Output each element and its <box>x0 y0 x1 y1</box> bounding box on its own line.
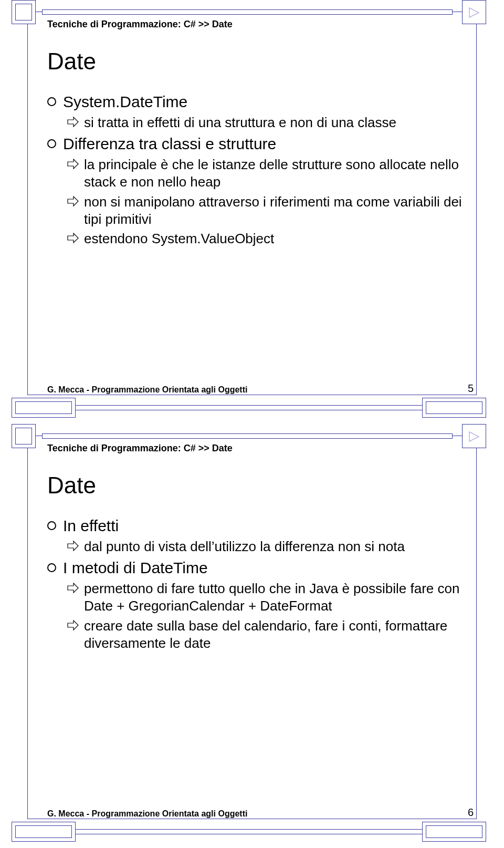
circle-bullet-icon <box>47 516 63 535</box>
breadcrumb: Tecniche di Programmazione: C# >> Date <box>47 443 233 454</box>
list-item: In effetti <box>47 516 462 536</box>
arrow-bullet-icon <box>67 538 84 551</box>
item-text: si tratta in effetti di una struttura e … <box>84 114 396 131</box>
item-text: Differenza tra classi e strutture <box>63 134 276 154</box>
item-text: la principale è che le istanze delle str… <box>84 156 462 191</box>
list-item: la principale è che le istanze delle str… <box>67 156 462 191</box>
corner-decoration <box>12 822 76 842</box>
arrow-bullet-icon <box>67 230 84 243</box>
item-text: permettono di fare tutto quello che in J… <box>84 580 462 615</box>
list-item: System.DateTime <box>47 92 462 112</box>
arrow-bullet-icon <box>67 193 84 206</box>
list-item: si tratta in effetti di una struttura e … <box>67 114 462 131</box>
slide-content: System.DateTime si tratta in effetti di … <box>47 92 462 250</box>
slide-content: In effetti dal punto di vista dell’utili… <box>47 516 462 654</box>
circle-bullet-icon <box>47 134 63 153</box>
arrow-bullet-icon <box>67 156 84 169</box>
item-text: estendono System.ValueObject <box>84 230 274 247</box>
list-item: I metodi di DateTime <box>47 558 462 578</box>
corner-decoration <box>422 398 486 418</box>
item-text: In effetti <box>63 516 119 536</box>
svg-marker-0 <box>469 8 479 17</box>
arrow-bullet-icon <box>67 580 84 593</box>
page-number: 6 <box>468 806 474 819</box>
arrow-bullet-icon <box>67 617 84 630</box>
slide: Tecniche di Programmazione: C# >> Date D… <box>0 0 504 424</box>
arrow-bullet-icon <box>67 114 84 127</box>
page-number: 5 <box>468 382 474 395</box>
item-text: System.DateTime <box>63 92 187 112</box>
footer-rail <box>42 405 453 410</box>
corner-decoration <box>422 822 486 842</box>
list-item: dal punto di vista dell’utilizzo la diff… <box>67 538 462 555</box>
item-text: dal punto di vista dell’utilizzo la diff… <box>84 538 405 555</box>
list-item: permettono di fare tutto quello che in J… <box>67 580 462 615</box>
header-rail <box>42 9 453 15</box>
breadcrumb: Tecniche di Programmazione: C# >> Date <box>47 19 233 30</box>
slide-title: Date <box>47 472 96 499</box>
item-text: non si manipolano attraverso i riferimen… <box>84 193 462 229</box>
next-arrow-icon <box>462 424 486 448</box>
corner-decoration <box>12 398 76 418</box>
slide-title: Date <box>47 48 96 75</box>
list-item: Differenza tra classi e strutture <box>47 134 462 154</box>
slide: Tecniche di Programmazione: C# >> Date D… <box>0 424 504 848</box>
item-text: I metodi di DateTime <box>63 558 208 578</box>
list-item: creare date sulla base del calendario, f… <box>67 617 462 653</box>
corner-decoration <box>12 0 36 24</box>
footer-text: G. Mecca - Programmazione Orientata agli… <box>47 385 247 395</box>
footer-rail <box>42 829 453 834</box>
circle-bullet-icon <box>47 92 63 111</box>
item-text: creare date sulla base del calendario, f… <box>84 617 462 653</box>
next-arrow-icon <box>462 0 486 24</box>
corner-decoration <box>12 424 36 448</box>
list-item: non si manipolano attraverso i riferimen… <box>67 193 462 229</box>
list-item: estendono System.ValueObject <box>67 230 462 247</box>
header-rail <box>42 433 453 439</box>
footer-text: G. Mecca - Programmazione Orientata agli… <box>47 809 247 819</box>
circle-bullet-icon <box>47 558 63 577</box>
svg-marker-1 <box>469 432 479 441</box>
